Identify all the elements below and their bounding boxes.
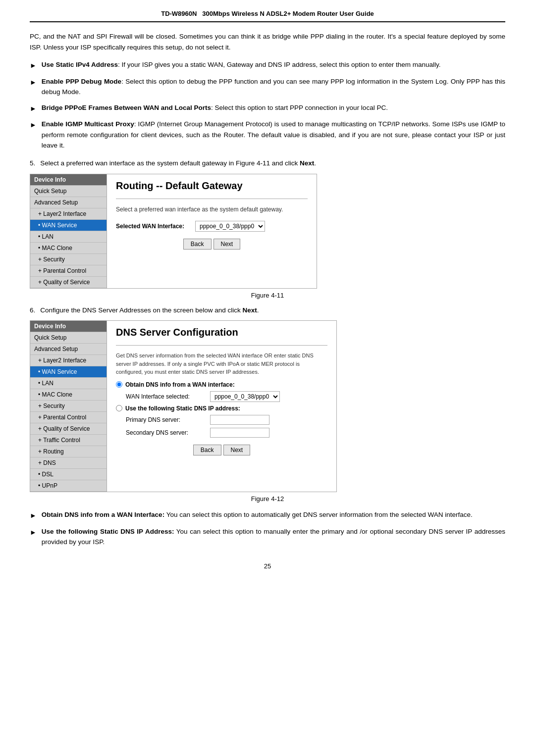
btn-row-fig2: Back Next <box>116 445 327 455</box>
sidebar-parental-2[interactable]: + Parental Control <box>30 412 107 423</box>
intro-text: PC, and the NAT and SPI Firewall will be… <box>30 31 505 52</box>
panel-title-fig2: DNS Server Configuration <box>116 327 327 338</box>
page-header: TD-W8960N 300Mbps Wireless N ADSL2+ Mode… <box>30 10 505 22</box>
primary-dns-row: Primary DNS server: <box>126 415 327 425</box>
sidebar-qos-1[interactable]: + Quality of Service <box>30 277 107 288</box>
dns-info-text: Get DNS server information from the sele… <box>116 352 327 376</box>
sidebar-mac-clone-1[interactable]: • MAC Clone <box>30 243 107 254</box>
bullet-list: ► Use Static IPv4 Address: If your ISP g… <box>30 59 505 151</box>
radio-row-static: Use the following Static DNS IP address: <box>116 405 327 412</box>
sidebar-qos-2[interactable]: + Quality of Service <box>30 423 107 435</box>
arrow-icon-3: ► <box>30 103 37 114</box>
bottom-bullet-list: ► Obtain DNS info from a WAN Interface: … <box>30 509 505 548</box>
bottom-text-2: Use the following Static DNS IP Address:… <box>42 526 505 548</box>
main-panel-fig2: DNS Server Configuration Get DNS server … <box>107 321 336 492</box>
next-button-fig2[interactable]: Next <box>223 445 251 455</box>
wan-interface-label: Selected WAN Interface: <box>116 223 195 230</box>
panel-desc-fig1: Select a preferred wan interface as the … <box>116 205 308 214</box>
page-container: TD-W8960N 300Mbps Wireless N ADSL2+ Mode… <box>0 0 535 590</box>
sidebar-routing-2[interactable]: + Routing <box>30 446 107 457</box>
panel-title-fig1: Routing -- Default Gateway <box>116 180 308 192</box>
back-button-fig2[interactable]: Back <box>193 445 221 455</box>
sidebar-security-2[interactable]: + Security <box>30 401 107 412</box>
page-number: 25 <box>30 562 505 570</box>
arrow-icon-1: ► <box>30 60 37 71</box>
sidebar-advanced-setup-2[interactable]: Advanced Setup <box>30 344 107 355</box>
step-5-text: Select a preferred wan interface as the … <box>40 158 316 169</box>
sidebar-fig1: Device Info Quick Setup Advanced Setup +… <box>30 174 107 288</box>
panel-divider-fig2 <box>116 345 327 346</box>
sidebar-layer2-1[interactable]: + Layer2 Interface <box>30 208 107 220</box>
sidebar-wan-service-2[interactable]: • WAN Service <box>30 366 107 378</box>
bottom-arrow-1: ► <box>30 510 37 521</box>
primary-dns-input[interactable] <box>210 415 269 425</box>
radio-static-dns[interactable] <box>116 405 122 411</box>
sidebar-quick-setup-1[interactable]: Quick Setup <box>30 186 107 197</box>
bullet-item-1: ► Use Static IPv4 Address: If your ISP g… <box>30 59 505 71</box>
step-6: 6. Configure the DNS Server Addresses on… <box>30 305 505 316</box>
sidebar-mac-clone-2[interactable]: • MAC Clone <box>30 389 107 401</box>
bullet-item-2: ► Enable PPP Debug Mode: Select this opt… <box>30 76 505 98</box>
wan-interface-selected-row: WAN Interface selected: pppoe_0_0_38/ppp… <box>126 391 327 402</box>
bottom-text-1: Obtain DNS info from a WAN Interface: Yo… <box>42 509 473 520</box>
sidebar-dsl-2[interactable]: • DSL <box>30 469 107 480</box>
sidebar-upnp-2[interactable]: • UPnP <box>30 480 107 492</box>
sidebar-security-1[interactable]: + Security <box>30 254 107 265</box>
sidebar-traffic-2[interactable]: + Traffic Control <box>30 435 107 446</box>
back-button-fig1[interactable]: Back <box>183 239 212 250</box>
secondary-dns-row: Secondary DNS server: <box>126 428 327 438</box>
bullet-text-3: Bridge PPPoE Frames Between WAN and Loca… <box>42 102 388 113</box>
step-6-num: 6. <box>30 305 35 316</box>
figure-4-12-container: Device Info Quick Setup Advanced Setup +… <box>30 320 337 492</box>
arrow-icon-4: ► <box>30 119 37 130</box>
wan-interface-select[interactable]: pppoe_0_0_38/ppp0 <box>195 221 265 232</box>
sidebar-lan-1[interactable]: • LAN <box>30 231 107 243</box>
figure-4-11-container: Device Info Quick Setup Advanced Setup +… <box>30 174 317 289</box>
bullet-bold-1: Use Static IPv4 Address <box>42 61 118 68</box>
bullet-bold-4: Enable IGMP Multicast Proxy <box>42 120 134 128</box>
bullet-item-3: ► Bridge PPPoE Frames Between WAN and Lo… <box>30 102 505 114</box>
main-panel-fig1: Routing -- Default Gateway Select a pref… <box>107 174 317 288</box>
sidebar-parental-1[interactable]: + Parental Control <box>30 265 107 277</box>
bullet-text-1: Use Static IPv4 Address: If your ISP giv… <box>42 59 441 70</box>
primary-dns-label: Primary DNS server: <box>126 416 210 423</box>
bullet-bold-2: Enable PPP Debug Mode <box>42 78 121 85</box>
sidebar-device-info-2[interactable]: Device Info <box>30 321 107 332</box>
secondary-dns-label: Secondary DNS server: <box>126 429 210 436</box>
next-button-fig1[interactable]: Next <box>214 239 241 250</box>
bullet-item-4: ► Enable IGMP Multicast Proxy: IGMP (Int… <box>30 119 505 151</box>
bottom-bullet-2: ► Use the following Static DNS IP Addres… <box>30 526 505 548</box>
sidebar-advanced-setup-1[interactable]: Advanced Setup <box>30 197 107 208</box>
btn-row-fig1: Back Next <box>116 239 308 250</box>
sidebar-layer2-2[interactable]: + Layer2 Interface <box>30 355 107 366</box>
sidebar-quick-setup-2[interactable]: Quick Setup <box>30 332 107 344</box>
bottom-bold-1: Obtain DNS info from a WAN Interface: <box>42 511 164 518</box>
step-5-num: 5. <box>30 158 35 169</box>
bullet-text-4: Enable IGMP Multicast Proxy: IGMP (Inter… <box>42 119 505 151</box>
radio-static-label: Use the following Static DNS IP address: <box>125 405 240 412</box>
bottom-bold-2: Use the following Static DNS IP Address: <box>42 528 174 535</box>
sidebar-dns-2[interactable]: + DNS <box>30 457 107 469</box>
sidebar-device-info-1[interactable]: Device Info <box>30 174 107 186</box>
radio-row-wan: Obtain DNS info from a WAN interface: <box>116 381 327 388</box>
arrow-icon-2: ► <box>30 77 37 88</box>
bullet-bold-3: Bridge PPPoE Frames Between WAN and Loca… <box>42 104 211 111</box>
sidebar-lan-2[interactable]: • LAN <box>30 378 107 389</box>
bottom-bullet-1: ► Obtain DNS info from a WAN Interface: … <box>30 509 505 521</box>
wan-interface-selected-select[interactable]: pppoe_0_0_38/ppp0 <box>210 391 280 402</box>
radio-wan-label: Obtain DNS info from a WAN interface: <box>125 381 235 388</box>
secondary-dns-input[interactable] <box>210 428 269 438</box>
figure-4-12-caption: Figure 4-12 <box>30 495 505 503</box>
figure-4-11-caption: Figure 4-11 <box>30 292 505 299</box>
model-name: TD-W8960N <box>161 10 197 17</box>
wan-interface-row: Selected WAN Interface: pppoe_0_0_38/ppp… <box>116 221 308 232</box>
bottom-arrow-2: ► <box>30 527 37 538</box>
bullet-text-2: Enable PPP Debug Mode: Select this optio… <box>42 76 505 98</box>
step-6-text: Configure the DNS Server Addresses on th… <box>40 305 259 316</box>
doc-title: 300Mbps Wireless N ADSL2+ Modem Router U… <box>202 10 374 17</box>
radio-wan-interface[interactable] <box>116 381 122 388</box>
panel-divider-fig1 <box>116 199 308 199</box>
wan-interface-selected-label: WAN Interface selected: <box>126 393 210 400</box>
sidebar-wan-service-1[interactable]: • WAN Service <box>30 220 107 231</box>
sidebar-fig2: Device Info Quick Setup Advanced Setup +… <box>30 321 107 492</box>
